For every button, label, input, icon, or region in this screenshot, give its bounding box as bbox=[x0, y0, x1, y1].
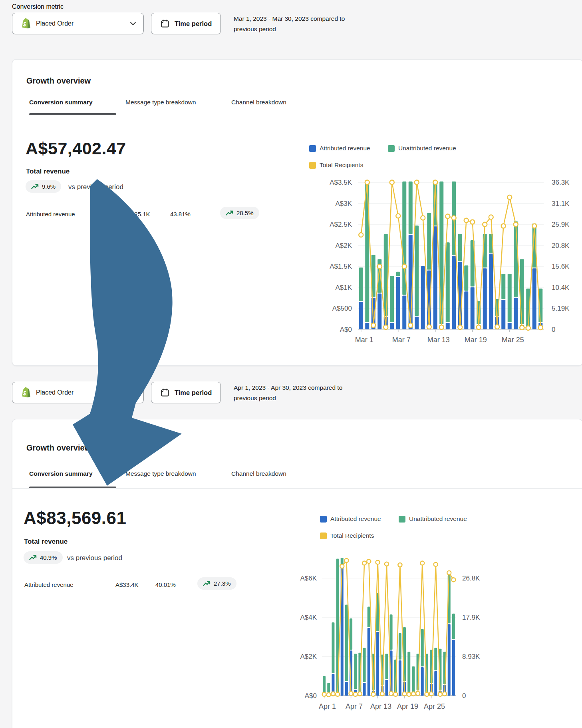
vs-previous-period-text: vs previous period bbox=[67, 554, 122, 562]
legend-swatch-recipients bbox=[309, 162, 316, 169]
svg-text:A$4K: A$4K bbox=[300, 614, 317, 621]
legend-unattributed-revenue: Unattributed revenue bbox=[388, 145, 456, 152]
legend-label: Attributed revenue bbox=[330, 515, 381, 523]
legend-swatch-unattributed bbox=[399, 516, 405, 523]
attributed-change-value: 27.3% bbox=[214, 580, 231, 587]
shopify-icon bbox=[20, 387, 31, 399]
legend-label: Attributed revenue bbox=[320, 145, 370, 152]
date-range-text-april: Apr 1, 2023 - Apr 30, 2023 compared to p… bbox=[234, 383, 342, 403]
date-range-line2: previous period bbox=[234, 24, 345, 34]
attributed-change-value: 28.5% bbox=[236, 209, 254, 216]
calendar-icon bbox=[160, 19, 170, 28]
total-revenue-value: A$83,569.61 bbox=[24, 508, 127, 528]
metric-dropdown-value: Placed Order bbox=[36, 20, 124, 27]
tab-divider bbox=[12, 488, 582, 489]
svg-text:Apr 1: Apr 1 bbox=[319, 702, 336, 710]
svg-text:Mar 7: Mar 7 bbox=[392, 336, 411, 344]
tab-channel-breakdown[interactable]: Channel breakdown bbox=[231, 470, 286, 477]
svg-text:36.3K: 36.3K bbox=[552, 179, 570, 186]
tab-divider bbox=[12, 115, 582, 115]
tab-conversion-summary[interactable]: Conversion summary bbox=[29, 470, 93, 477]
change-badge: 40.9% bbox=[24, 551, 63, 564]
date-range-line1: Apr 1, 2023 - Apr 30, 2023 compared to bbox=[234, 383, 342, 393]
metric-dropdown[interactable]: Placed Order bbox=[12, 13, 144, 34]
time-period-button[interactable]: Time period bbox=[151, 13, 221, 34]
svg-text:15.6K: 15.6K bbox=[552, 263, 570, 270]
legend-unattributed-revenue: Unattributed revenue bbox=[399, 515, 467, 523]
attributed-change-badge: 28.5% bbox=[220, 207, 259, 219]
legend-swatch-unattributed bbox=[388, 145, 395, 152]
legend-label: Total Recipients bbox=[320, 162, 363, 169]
svg-text:20.8K: 20.8K bbox=[552, 242, 570, 249]
legend-attributed-revenue: Attributed revenue bbox=[320, 515, 381, 523]
svg-text:25.9K: 25.9K bbox=[552, 221, 570, 228]
legend-swatch-attributed bbox=[320, 516, 327, 523]
change-badge-value: 9.6% bbox=[42, 183, 56, 190]
svg-text:A$500: A$500 bbox=[332, 305, 352, 312]
date-range-line1: Mar 1, 2023 - Mar 30, 2023 compared to bbox=[234, 14, 345, 24]
attributed-revenue-value: A$33.4K bbox=[115, 581, 139, 588]
svg-text:A$0: A$0 bbox=[340, 326, 352, 333]
svg-text:17.9K: 17.9K bbox=[462, 614, 480, 621]
attributed-change-badge: 27.3% bbox=[197, 577, 236, 590]
card-title: Growth overview bbox=[26, 76, 91, 86]
vs-previous-period-text: vs previous period bbox=[68, 183, 123, 191]
legend-label: Total Recipients bbox=[330, 532, 374, 539]
svg-text:5.19K: 5.19K bbox=[552, 305, 570, 312]
legend-total-recipients: Total Recipients bbox=[320, 532, 374, 539]
svg-text:Mar 1: Mar 1 bbox=[355, 336, 373, 344]
total-revenue-label: Total revenue bbox=[26, 168, 70, 176]
svg-text:A$0: A$0 bbox=[305, 692, 317, 700]
svg-text:10.4K: 10.4K bbox=[552, 284, 570, 291]
svg-text:Mar 19: Mar 19 bbox=[465, 336, 487, 344]
legend-label: Unattributed revenue bbox=[398, 145, 456, 152]
svg-text:A$3.5K: A$3.5K bbox=[330, 179, 352, 186]
trend-up-icon bbox=[29, 554, 37, 560]
svg-text:A$2K: A$2K bbox=[300, 653, 317, 660]
legend-total-recipients: Total Recipients bbox=[309, 162, 363, 169]
svg-text:Apr 13: Apr 13 bbox=[370, 702, 391, 710]
svg-text:Mar 13: Mar 13 bbox=[427, 336, 450, 344]
svg-text:Apr 7: Apr 7 bbox=[346, 702, 363, 710]
chevron-down-icon bbox=[129, 20, 137, 28]
change-badge: 9.6% bbox=[26, 180, 61, 193]
attributed-revenue-label: Attributed revenue bbox=[26, 211, 75, 217]
svg-text:A$2K: A$2K bbox=[335, 242, 352, 249]
metric-dropdown-april[interactable]: Placed Order bbox=[12, 382, 144, 403]
time-period-label: Time period bbox=[175, 389, 212, 397]
svg-text:Apr 19: Apr 19 bbox=[397, 702, 418, 710]
attributed-revenue-label: Attributed revenue bbox=[24, 581, 73, 588]
legend-swatch-recipients bbox=[320, 533, 327, 539]
dashboard-page: Conversion metric Placed Order Time peri… bbox=[0, 0, 582, 728]
attributed-revenue-share: 40.01% bbox=[155, 581, 176, 588]
attributed-revenue-share: 43.81% bbox=[170, 211, 191, 217]
total-revenue-value: A$57,402.47 bbox=[26, 139, 126, 158]
svg-text:0: 0 bbox=[552, 326, 555, 333]
trend-up-icon bbox=[203, 580, 211, 586]
svg-text:31.1K: 31.1K bbox=[552, 200, 570, 207]
time-period-button-april[interactable]: Time period bbox=[151, 382, 221, 403]
revenue-chart-march: A$3.5K36.3KA$3K31.1KA$2.5K25.9KA$2K20.8K… bbox=[296, 176, 582, 352]
svg-text:Mar 25: Mar 25 bbox=[502, 336, 524, 344]
trend-up-icon bbox=[31, 183, 39, 189]
card-title: Growth overview bbox=[26, 443, 91, 453]
total-revenue-label: Total revenue bbox=[24, 538, 68, 546]
tab-conversion-summary[interactable]: Conversion summary bbox=[29, 99, 93, 106]
tab-channel-breakdown[interactable]: Channel breakdown bbox=[231, 99, 286, 106]
growth-overview-card-april: Growth overview Conversion summary Messa… bbox=[12, 419, 582, 728]
time-period-label: Time period bbox=[175, 20, 212, 28]
chevron-down-icon bbox=[129, 389, 137, 397]
legend-swatch-attributed bbox=[309, 145, 316, 152]
growth-overview-card-march: Growth overview Conversion summary Messa… bbox=[12, 59, 582, 366]
svg-text:A$1K: A$1K bbox=[335, 284, 352, 291]
svg-text:A$6K: A$6K bbox=[300, 574, 317, 582]
change-badge-value: 40.9% bbox=[40, 554, 57, 561]
legend-attributed-revenue: Attributed revenue bbox=[309, 145, 370, 152]
tab-message-type-breakdown[interactable]: Message type breakdown bbox=[125, 99, 196, 106]
revenue-chart-april: A$6K26.8KA$4K17.9KA$2K8.93KA$00Apr 1Apr … bbox=[296, 544, 582, 728]
date-range-text-march: Mar 1, 2023 - Mar 30, 2023 compared to p… bbox=[234, 14, 345, 34]
metric-dropdown-value: Placed Order bbox=[36, 389, 124, 396]
svg-text:A$3K: A$3K bbox=[335, 200, 352, 207]
tab-message-type-breakdown[interactable]: Message type breakdown bbox=[125, 470, 196, 477]
svg-text:0: 0 bbox=[462, 692, 466, 700]
